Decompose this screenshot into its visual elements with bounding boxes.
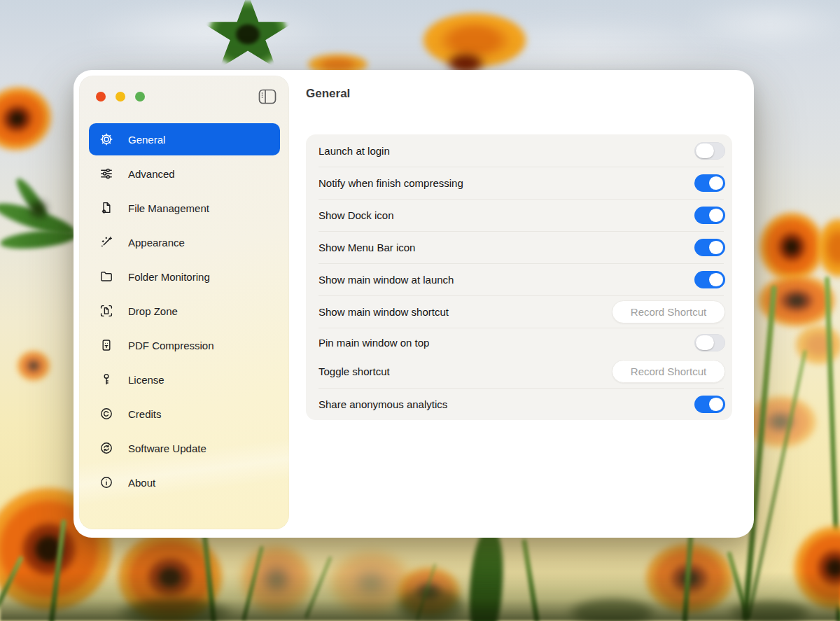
document-text-icon: [99, 337, 114, 353]
zoom-button[interactable]: [135, 92, 145, 102]
show-menu-bar-icon-toggle[interactable]: [694, 239, 725, 256]
sidebar-item-label: Credits: [128, 408, 162, 420]
page-title: General: [306, 87, 350, 101]
row-label: Toggle shortcut: [318, 365, 390, 377]
sidebar-item-label: Advanced: [128, 168, 175, 180]
sidebar-item-credits[interactable]: Credits: [89, 398, 280, 430]
sidebar-item-advanced[interactable]: Advanced: [89, 158, 280, 190]
gear-icon: [99, 132, 114, 147]
row-label: Show main window at launch: [318, 274, 454, 286]
show-dock-icon-toggle[interactable]: [694, 207, 725, 224]
show-main-window-at-launch-toggle[interactable]: [694, 271, 725, 288]
row-label: Launch at login: [318, 145, 390, 157]
sidebar-item-drop-zone[interactable]: Drop Zone: [89, 295, 280, 327]
bottom-foliage-shade: [0, 572, 840, 621]
sidebar-item-label: License: [128, 374, 164, 386]
settings-row: Toggle shortcut Record Shortcut: [306, 357, 732, 388]
settings-row: Show Dock icon: [306, 199, 732, 231]
row-label: Pin main window on top: [318, 337, 429, 349]
row-label: Notify when finish compressing: [318, 177, 463, 189]
sidebar-item-label: General: [128, 134, 165, 146]
row-label: Show Menu Bar icon: [318, 242, 415, 253]
row-label: Share anonymous analytics: [318, 398, 447, 410]
sidebar-item-folder-monitoring[interactable]: Folder Monitoring: [89, 260, 280, 293]
share-analytics-toggle[interactable]: [694, 396, 725, 413]
copyright-icon: [99, 406, 114, 421]
settings-row: Show main window shortcut Record Shortcu…: [306, 295, 732, 328]
blurred-leaf: [466, 526, 506, 621]
settings-row: Notify when finish compressing: [306, 167, 732, 199]
green-star-plant: [199, 0, 297, 76]
settings-window: General Advanced: [74, 70, 754, 538]
sidebar-item-label: Drop Zone: [128, 305, 178, 317]
record-shortcut-button[interactable]: Record Shortcut: [612, 360, 725, 383]
sliders-icon: [99, 166, 114, 181]
document-gear-icon: [99, 200, 114, 216]
titlebar: [79, 76, 289, 104]
sidebar-item-general[interactable]: General: [89, 123, 280, 155]
pin-main-window-toggle[interactable]: [694, 334, 725, 351]
sidebar-nav: General Advanced: [79, 123, 289, 498]
sidebar-item-about[interactable]: About: [89, 466, 280, 498]
sidebar-item-label: Folder Monitoring: [128, 271, 210, 283]
folder-icon: [99, 269, 114, 284]
sidebar-item-label: PDF Compression: [128, 340, 214, 351]
settings-row: Pin main window on top: [306, 328, 732, 357]
settings-row: Show Menu Bar icon: [306, 231, 732, 263]
sidebar-item-label: Software Update: [128, 442, 206, 454]
sidebar: General Advanced: [79, 76, 289, 529]
update-arrows-icon: [99, 440, 114, 456]
launch-at-login-toggle[interactable]: [694, 142, 725, 160]
minimize-button[interactable]: [115, 92, 125, 102]
close-button[interactable]: [96, 92, 106, 102]
notify-when-finish-toggle[interactable]: [694, 174, 725, 192]
settings-group: Launch at login Notify when finish compr…: [306, 134, 732, 420]
sidebar-toggle-icon[interactable]: [258, 89, 276, 104]
row-label: Show Dock icon: [318, 209, 394, 221]
document-viewfinder-icon: [99, 303, 114, 319]
settings-row: Share anonymous analytics: [306, 388, 732, 420]
sidebar-item-appearance[interactable]: Appearance: [89, 226, 280, 258]
row-label: Show main window shortcut: [318, 306, 449, 318]
key-icon: [99, 372, 114, 387]
sidebar-item-label: Appearance: [128, 237, 185, 249]
settings-row: Show main window at launch: [306, 263, 732, 295]
info-icon: [99, 475, 114, 490]
content-pane: General Launch at login Notify when fini…: [295, 70, 754, 538]
sidebar-item-pdf-compression[interactable]: PDF Compression: [89, 329, 280, 361]
sidebar-item-label: File Management: [128, 202, 209, 214]
settings-row: Launch at login: [306, 134, 732, 167]
sidebar-item-software-update[interactable]: Software Update: [89, 432, 280, 464]
sidebar-item-label: About: [128, 477, 155, 489]
sidebar-item-license[interactable]: License: [89, 363, 280, 396]
wand-stars-icon: [99, 235, 114, 250]
sidebar-item-file-management[interactable]: File Management: [89, 192, 280, 224]
record-shortcut-button[interactable]: Record Shortcut: [612, 300, 725, 323]
